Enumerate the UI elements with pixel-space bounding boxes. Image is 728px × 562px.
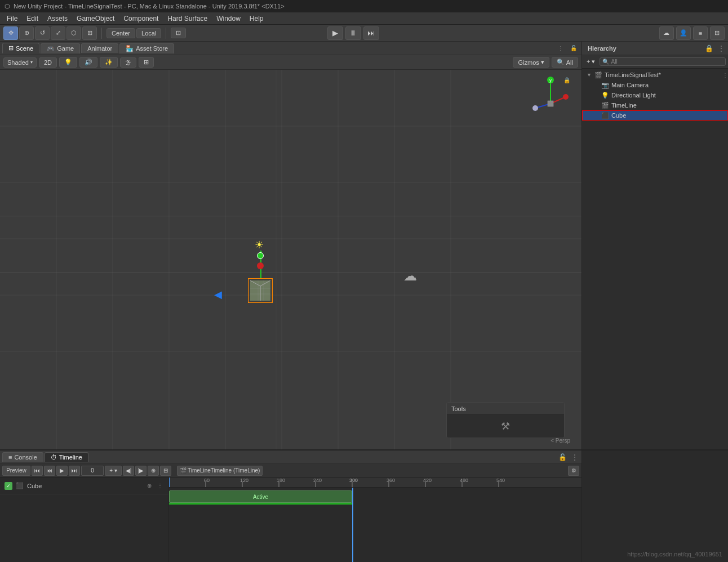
hierarchy-item-timeline-signal-test[interactable]: ▼ 🎬 TimeLineSignalTest* ⋮ — [582, 70, 728, 80]
hand-tool-btn[interactable]: ✥ — [3, 26, 18, 40]
tl-time-field[interactable]: 0 — [81, 466, 104, 476]
svg-text:120: 120 — [240, 478, 248, 483]
gizmos-btn[interactable]: Gizmos ▾ — [513, 57, 549, 68]
shading-dropdown[interactable]: Shaded ▾ — [3, 57, 37, 68]
tl-name-field[interactable]: 🎬 TimeLineTimeline (TimeLine) — [177, 466, 263, 476]
item-more-icon[interactable]: ⋮ — [722, 72, 728, 78]
track-more-btn[interactable]: ⋮ — [156, 481, 164, 490]
transform-tool-btn[interactable]: ⊞ — [82, 26, 97, 40]
move-tool-btn[interactable]: ⊕ — [19, 26, 34, 40]
step-btn[interactable]: ⏭ — [363, 26, 379, 40]
skybox-icon-btn[interactable]: 🌫 — [120, 57, 136, 68]
scene-viewport[interactable]: ◀ — [0, 70, 581, 449]
track-target-btn[interactable]: ⊕ — [146, 481, 153, 490]
menu-item-gameobject[interactable]: GameObject — [72, 14, 119, 24]
space-btn[interactable]: Local — [136, 28, 161, 38]
bottom-lock-btn[interactable]: 🔓 — [557, 452, 568, 462]
tab-timeline[interactable]: ⏱ Timeline — [45, 452, 88, 462]
scene-cube-object[interactable]: ☀ — [248, 278, 273, 303]
grid-icon-btn[interactable]: ⊞ — [139, 57, 154, 68]
bottom-left: ≡ Console ⏱ Timeline 🔓 ⋮ Preview ⏮ ⏮ — [0, 451, 581, 562]
timeline-ruler-area: 60 120 180 240 300 360 420 — [169, 478, 581, 562]
collab-btn[interactable]: ☁ — [659, 26, 674, 40]
light-icon-btn[interactable]: 💡 — [59, 57, 77, 68]
timeline-ruler: 60 120 180 240 300 360 420 — [169, 478, 581, 488]
hierarchy-panel-icons: 🔒 ⋮ — [704, 43, 726, 53]
red-dot — [257, 262, 264, 269]
hierarchy-item-main-camera[interactable]: 📷 Main Camera — [582, 80, 728, 90]
pivot-btn[interactable]: Center — [106, 28, 135, 38]
timeline-tracks-content[interactable]: Active — [169, 488, 581, 562]
tab-lock-btn[interactable]: 🔓 — [568, 44, 579, 52]
rotate-tool-btn[interactable]: ↺ — [35, 26, 50, 40]
play-btn[interactable]: ▶ — [327, 26, 343, 40]
track-active-check[interactable]: ✓ — [5, 482, 12, 490]
tl-add-btn[interactable]: + ▾ — [105, 466, 122, 476]
tab-scene[interactable]: ⊞ Scene — [2, 43, 39, 53]
pause-btn[interactable]: ⏸ — [345, 26, 361, 40]
tools-panel-content[interactable]: ⚒ — [447, 415, 564, 438]
hierarchy-item-directional-light[interactable]: 💡 Directional Light — [582, 90, 728, 100]
svg-point-33 — [563, 94, 569, 100]
persp-label: < Persp — [551, 438, 570, 444]
tl-begin-btn[interactable]: ⏮ — [32, 466, 43, 476]
tab-animator[interactable]: Animator — [81, 43, 118, 53]
sound-icon-btn[interactable]: 🔊 — [79, 57, 97, 68]
2d-btn[interactable]: 2D — [39, 57, 57, 68]
hierarchy-lock-btn[interactable]: 🔒 — [704, 43, 714, 53]
scale-tool-btn[interactable]: ⤢ — [51, 26, 65, 40]
tl-pin-btn[interactable]: ⊟ — [160, 466, 171, 476]
pivot-group: Center Local — [106, 28, 161, 38]
tab-console[interactable]: ≡ Console — [2, 452, 43, 462]
timeline-obj-icon: 🎬 — [180, 467, 187, 474]
rect-tool-btn[interactable]: ⬡ — [66, 26, 81, 40]
menu-item-edit[interactable]: Edit — [22, 14, 43, 24]
menu-item-window[interactable]: Window — [212, 14, 245, 24]
layout-btn[interactable]: ⊞ — [710, 26, 725, 40]
tl-next-btn[interactable]: ⏭ — [69, 466, 80, 476]
tl-prev-btn[interactable]: ⏮ — [44, 466, 55, 476]
track-cube-icon: ⬛ — [16, 482, 24, 489]
active-clip[interactable]: Active — [169, 490, 352, 503]
tab-game[interactable]: 🎮 Game — [41, 43, 80, 53]
menu-item-hard surface[interactable]: Hard Surface — [163, 14, 212, 24]
upper-area: ⊞ Scene 🎮 Game Animator 🏪 Asset Store ⋮ … — [0, 42, 728, 449]
hierarchy-item-cube[interactable]: ⬛ Cube — [582, 110, 728, 121]
menu-item-component[interactable]: Component — [119, 14, 163, 24]
bottom-more-btn[interactable]: ⋮ — [570, 452, 579, 462]
menu-item-help[interactable]: Help — [245, 14, 268, 24]
timeline-playhead[interactable] — [352, 488, 353, 562]
hierarchy-more-btn[interactable]: ⋮ — [717, 43, 726, 53]
all-btn[interactable]: 🔍 All — [552, 57, 578, 68]
camera-icon: 📷 — [601, 82, 609, 89]
url-bar: https://blog.csdn.net/qq_40019651 — [627, 551, 722, 557]
sep-2 — [166, 28, 166, 39]
preview-btn[interactable]: Preview — [2, 466, 30, 476]
hierarchy-toolbar: + ▾ 🔍 All — [582, 55, 728, 69]
tab-overflow-btn[interactable]: ⋮ — [556, 44, 566, 52]
layers-btn[interactable]: ≡ — [693, 26, 708, 40]
tl-frame-back-btn[interactable]: ◀| — [123, 466, 134, 476]
titlebar: ⬡ New Unity Project - TimeLineSignalTest… — [0, 0, 728, 12]
timeline-tracks: ✓ ⬛ Cube ⊕ ⋮ — [0, 478, 169, 562]
scene-icon: 🎬 — [594, 72, 602, 79]
window-title: New Unity Project - TimeLineSignalTest -… — [14, 3, 285, 10]
tl-marker-btn[interactable]: ⊕ — [148, 466, 159, 476]
snap-btn[interactable]: ⊡ — [171, 28, 186, 38]
hierarchy-add-btn[interactable]: + ▾ — [584, 57, 597, 66]
bottom-area: ≡ Console ⏱ Timeline 🔓 ⋮ Preview ⏮ ⏮ — [0, 449, 728, 562]
menu-item-assets[interactable]: Assets — [43, 14, 72, 24]
fx-icon-btn[interactable]: ✨ — [100, 57, 118, 68]
light-icon: 💡 — [601, 92, 609, 99]
tl-play-btn[interactable]: ▶ — [56, 466, 68, 476]
hierarchy-item-timeline[interactable]: 🎬 TimeLine — [582, 100, 728, 110]
hierarchy-search[interactable]: 🔍 All — [600, 57, 726, 66]
tl-frame-fwd-btn[interactable]: |▶ — [135, 466, 147, 476]
account-btn[interactable]: 👤 — [676, 26, 691, 40]
toolbar: ✥ ⊕ ↺ ⤢ ⬡ ⊞ Center Local ⊡ ▶ ⏸ ⏭ ☁ 👤 ≡ ⊞ — [0, 25, 728, 42]
tab-asset-store[interactable]: 🏪 Asset Store — [119, 43, 174, 53]
timeline-tab-icon: ⏱ — [51, 454, 57, 461]
menu-item-file[interactable]: File — [2, 14, 22, 24]
green-dot — [257, 252, 264, 259]
tl-settings-btn[interactable]: ⚙ — [568, 466, 579, 476]
